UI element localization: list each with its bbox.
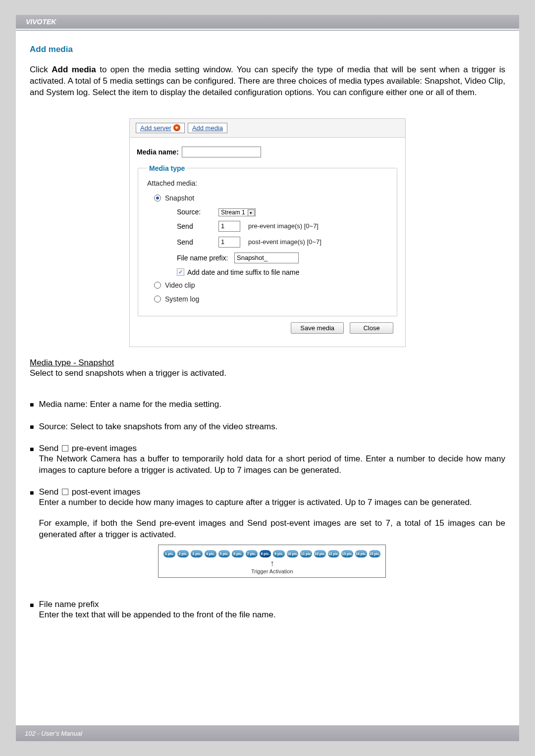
source-label: Source: <box>177 208 215 216</box>
post-event-suffix: post-event image(s) [0~7] <box>248 238 321 246</box>
media-type-fieldset: Media type Attached media: Snapshot Sour… <box>138 164 397 316</box>
timeline-pic: 11 pic. <box>300 550 312 557</box>
snapshot-radio-row[interactable]: Snapshot <box>154 194 391 202</box>
media-name-row: Media name: <box>137 147 398 157</box>
save-media-button[interactable]: Save media <box>291 322 344 334</box>
radio-selected-icon <box>154 195 161 202</box>
bullet-pre-body: The Network Camera has a buffer to tempo… <box>39 454 505 476</box>
timeline-pic: 2 pic. <box>177 550 189 557</box>
timeline-pic: 13 pic. <box>341 550 353 557</box>
bullet-pre-lead: Send <box>39 444 60 453</box>
dialog-footer: Save media Close <box>137 316 398 340</box>
filename-prefix-input[interactable] <box>234 252 299 263</box>
add-date-checkbox[interactable]: ✓ <box>177 268 184 276</box>
subtitle: Media type - Snapshot <box>30 358 505 368</box>
media-name-input[interactable] <box>182 147 261 157</box>
dialog-header: Add server ▾ Add media <box>130 119 405 138</box>
bullet-post-head: Send post-event images <box>39 487 505 497</box>
bullet-prefix-head: File name prefix <box>39 600 505 609</box>
bullet-post-body2: For example, if both the Send pre-event … <box>39 518 505 541</box>
systemlog-label: System log <box>165 295 199 303</box>
timeline-pic: 15 pic. <box>369 550 381 557</box>
blank-box-icon <box>62 489 68 495</box>
timeline-pic: 6 pic. <box>232 550 244 557</box>
timeline-pic: 14 pic. <box>355 550 367 557</box>
timeline-pic: 8 pic. <box>260 550 271 557</box>
intro-prefix: Click <box>30 65 52 74</box>
pre-event-input[interactable] <box>218 221 240 232</box>
bullet-marker: ■ <box>30 423 34 433</box>
bullet-marker: ■ <box>30 601 34 621</box>
arrow-up-icon: ↑ <box>163 559 380 567</box>
add-server-label: Add server <box>140 124 171 132</box>
add-server-tab[interactable]: Add server ▾ <box>136 123 185 133</box>
bullet-pre-tail: pre-event images <box>72 444 137 453</box>
bullet-post-tail: post-event images <box>72 487 141 497</box>
footer-text: 102 - User's Manual <box>25 730 82 737</box>
filename-prefix-label: File name prefix: <box>177 254 231 262</box>
timeline-pic: 10 pic. <box>314 550 326 557</box>
timeline-pic: 5 pic. <box>218 550 230 557</box>
dropdown-arrow-icon: ▾ <box>248 209 255 216</box>
timeline-pic: 4 pic. <box>205 550 216 557</box>
bullet-media-name: Media name: Enter a name for the media s… <box>39 399 505 410</box>
subtitle-desc: Select to send snapshots when a trigger … <box>30 368 505 379</box>
intro-suffix: to open the media setting window. You ca… <box>30 65 505 97</box>
footer-bar: 102 - User's Manual <box>16 725 519 741</box>
bullet-marker: ■ <box>30 445 34 476</box>
intro-paragraph: Click Add media to open the media settin… <box>30 64 505 99</box>
radio-unselected-icon <box>154 296 161 302</box>
blank-box-icon <box>62 445 68 452</box>
systemlog-radio-row[interactable]: System log <box>154 295 391 303</box>
pre-event-suffix: pre-event image(s) [0~7] <box>248 222 319 230</box>
brand-text: VIVOTEK <box>26 18 56 26</box>
media-type-legend: Media type <box>147 164 187 172</box>
bullet-pre-head: Send pre-event images <box>39 444 505 454</box>
timeline-pic: 1 pic. <box>163 550 175 557</box>
send-pre-label: Send <box>177 222 215 230</box>
bullet-prefix-body: Enter the text that will be appended to … <box>39 609 505 621</box>
media-dialog: Add server ▾ Add media Media name: Media… <box>129 118 406 347</box>
timeline-pic: 9 pic. <box>273 550 285 557</box>
bullet-marker: ■ <box>30 401 34 410</box>
attached-media-label: Attached media: <box>147 179 391 187</box>
timeline-pic: 12 pic. <box>328 550 340 557</box>
post-event-input[interactable] <box>218 237 240 248</box>
add-date-label: Add date and time suffix to file name <box>187 268 299 276</box>
send-post-label: Send <box>177 238 215 246</box>
media-name-label: Media name: <box>137 148 179 156</box>
timeline-pic: 3 pic. <box>191 550 203 557</box>
add-media-label: Add media <box>192 124 223 132</box>
timeline-diagram: 1 pic.2 pic.3 pic.4 pic.5 pic.6 pic.7 pi… <box>158 545 386 578</box>
snapshot-label: Snapshot <box>165 194 194 202</box>
add-media-tab[interactable]: Add media <box>188 123 227 133</box>
brand-bar: VIVOTEK <box>16 15 519 30</box>
close-button[interactable]: Close <box>350 322 393 334</box>
chevron-down-icon: ▾ <box>173 124 180 131</box>
radio-unselected-icon <box>154 282 161 289</box>
bullet-marker: ■ <box>30 489 34 589</box>
timeline-pic: 7 pic. <box>246 550 258 557</box>
bullet-source: Source: Select to take snapshots from an… <box>39 421 505 433</box>
bullet-post-body1: Enter a number to decide how many images… <box>39 497 505 508</box>
videoclip-label: Video clip <box>165 281 195 289</box>
section-title: Add media <box>30 45 505 54</box>
intro-bold: Add media <box>52 65 96 74</box>
timeline-caption: Trigger Activation <box>163 568 380 574</box>
videoclip-radio-row[interactable]: Video clip <box>154 281 391 289</box>
timeline-pic: 10 pic. <box>287 550 299 557</box>
bullet-post-lead: Send <box>39 487 60 497</box>
